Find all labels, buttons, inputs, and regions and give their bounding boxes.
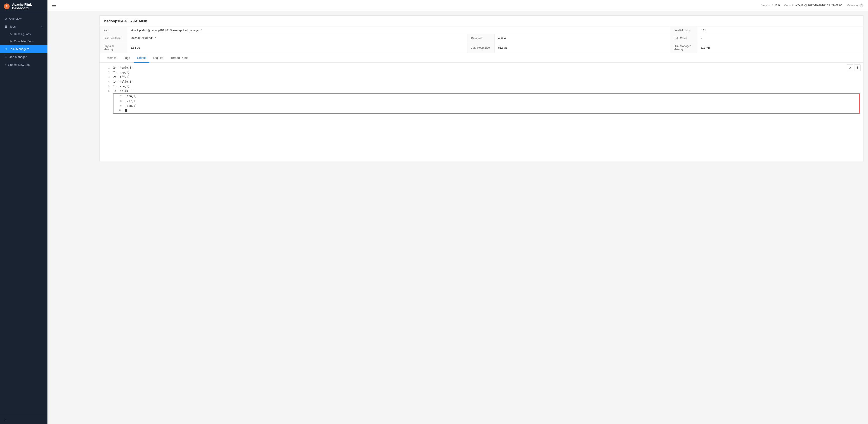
commit-value: af6eff8 @ 2022-10-20T04:21:45+02:00 (795, 4, 842, 7)
sidebar-footer: C (0, 416, 48, 424)
physical-memory-label: Physical Memory (100, 42, 127, 53)
highlighted-code-line: 8(777,1) (114, 99, 860, 104)
code-output: 12> (heelo,1)22> (ppp,1)32> (fff,1)41> (… (100, 65, 863, 159)
highlighted-code-line: 9(888,1) (114, 104, 860, 108)
table-row: Last Heartbeat 2022-12-22 01:34:57 Data … (100, 34, 863, 42)
code-line: 12> (heelo,1) (103, 65, 860, 70)
sidebar: F Apache Flink Dashboard ⊙ Overview ☰ Jo… (0, 0, 48, 424)
tab-metrics[interactable]: Metrics (103, 53, 120, 63)
refresh-button[interactable]: ⟳ (847, 64, 853, 71)
sidebar-item-job-manager[interactable]: ☰ Job Manager (0, 53, 48, 61)
sidebar-header: F Apache Flink Dashboard (0, 0, 48, 13)
line-content: (777,1) (125, 99, 137, 104)
upload-icon: ↑ (4, 63, 6, 66)
sidebar-item-jobs[interactable]: ☰ Jobs ▲ (0, 23, 48, 31)
message-badge: 0 (860, 3, 864, 7)
topbar: Version: 1.16.0 Commit: af6eff8 @ 2022-1… (48, 0, 868, 11)
jvm-heap-size-label: JVM Heap Size (467, 42, 495, 53)
running-jobs-label: Running Jobs (14, 33, 31, 36)
version-info: Version: 1.16.0 (762, 4, 780, 7)
sidebar-item-completed-jobs[interactable]: ⊙ Completed Jobs (0, 38, 48, 45)
commit-info: Commit: af6eff8 @ 2022-10-20T04:21:45+02… (784, 4, 842, 7)
flink-managed-memory-value: 512 MB (697, 42, 863, 53)
text-cursor (125, 109, 127, 112)
svg-text:F: F (6, 5, 7, 8)
tab-stdout[interactable]: Stdout (133, 53, 149, 63)
last-heartbeat-value: 2022-12-22 01:34:57 (127, 34, 467, 42)
message-info: Message: 0 (847, 3, 864, 7)
main-content: hadoop104:40579-f1603b Path akka.tcp://f… (95, 11, 868, 424)
line-number: 1 (103, 66, 110, 70)
line-number: 9 (115, 104, 122, 108)
circle-icon: ⊙ (9, 33, 12, 36)
flink-logo: F (4, 3, 10, 10)
tab-log-list[interactable]: Log List (149, 53, 167, 63)
version-label: Version: (762, 4, 771, 7)
code-line: 22> (ppp,1) (103, 70, 860, 75)
taskmanager-info-table: Path akka.tcp://flink@hadoop104:40579/us… (100, 26, 863, 53)
highlighted-code-line: 10 (114, 108, 860, 113)
tab-logs[interactable]: Logs (120, 53, 133, 63)
line-number: 10 (115, 109, 122, 113)
sidebar-navigation: ⊙ Overview ☰ Jobs ▲ ⊙ Running Jobs ⊙ Com… (0, 13, 48, 416)
code-line: 32> (fff,1) (103, 75, 860, 79)
free-all-slots-label: Free/All Slots (670, 26, 697, 34)
data-port-label: Data Port (467, 34, 495, 42)
circle-icon: ⊙ (4, 17, 7, 20)
last-heartbeat-label: Last Heartbeat (100, 34, 127, 42)
message-label: Message: (847, 4, 859, 7)
line-number: 4 (103, 80, 110, 84)
code-line: 41> (hello,1) (103, 79, 860, 84)
line-content: 2> (ppp,1) (113, 70, 129, 75)
list-icon: ☰ (4, 25, 7, 28)
job-manager-label: Job Manager (9, 55, 27, 59)
line-number: 8 (115, 99, 122, 104)
chevron-up-icon: ▲ (41, 25, 43, 28)
sidebar-item-submit-new-job[interactable]: ↑ Submit New Job (0, 61, 48, 69)
table-row: Physical Memory 3.84 GB JVM Heap Size 51… (100, 42, 863, 53)
tab-thread-dump[interactable]: Thread Dump (167, 53, 192, 63)
line-content: (666,1) (125, 94, 137, 98)
overview-label: Overview (9, 17, 22, 20)
line-number: 5 (103, 85, 110, 89)
grid-icon: ⊞ (4, 47, 7, 51)
sidebar-item-task-managers[interactable]: ⊞ Task Managers (0, 45, 48, 53)
commit-label: Commit: (784, 4, 795, 7)
highlighted-code-line: 7(666,1) (114, 94, 860, 99)
flink-managed-memory-label: Flink Managed Memory (670, 42, 697, 53)
path-value: akka.tcp://flink@hadoop104:40579/user/rp… (127, 26, 670, 34)
topbar-left (52, 4, 56, 7)
code-line: 51> (are,1) (103, 84, 860, 89)
line-number: 3 (103, 75, 110, 79)
tab-bar: Metrics Logs Stdout Log List Thread Dump (100, 53, 863, 63)
path-label: Path (100, 26, 127, 34)
line-content: 1> (are,1) (113, 84, 129, 89)
submit-new-job-label: Submit New Job (8, 63, 30, 66)
taskmanager-card: hadoop104:40579-f1603b Path akka.tcp://f… (99, 16, 864, 162)
line-content: 1> (hello,1) (113, 79, 133, 84)
table-row: Path akka.tcp://flink@hadoop104:40579/us… (100, 26, 863, 34)
completed-jobs-label: Completed Jobs (14, 40, 34, 43)
version-value: 1.16.0 (772, 4, 780, 7)
line-number: 7 (115, 94, 122, 99)
data-port-value: 40654 (495, 34, 670, 42)
line-content (125, 108, 127, 113)
sidebar-item-running-jobs[interactable]: ⊙ Running Jobs (0, 31, 48, 38)
jobs-label: Jobs (9, 25, 16, 28)
free-all-slots-value: 0 / 1 (697, 26, 863, 34)
menu-toggle-button[interactable] (52, 4, 56, 7)
stdout-content: ⟳ ⬇ 12> (heelo,1)22> (ppp,1)32> (fff,1)4… (100, 63, 863, 162)
download-button[interactable]: ⬇ (854, 64, 861, 71)
line-number: 6 (103, 89, 110, 93)
list-icon: ☰ (4, 55, 7, 59)
circle-icon: ⊙ (9, 40, 12, 43)
line-content: 2> (fff,1) (113, 75, 129, 79)
cpu-cores-label: CPU Cores (670, 34, 697, 42)
code-line: 61> (hello,2) (103, 89, 860, 93)
line-content: (888,1) (125, 104, 137, 108)
line-number: 2 (103, 70, 110, 75)
task-managers-label: Task Managers (9, 47, 29, 51)
topbar-right: Version: 1.16.0 Commit: af6eff8 @ 2022-1… (762, 3, 864, 7)
sidebar-item-overview[interactable]: ⊙ Overview (0, 15, 48, 23)
highlighted-stdout-block: 7(666,1)8(777,1)9(888,1)10 (113, 93, 860, 114)
